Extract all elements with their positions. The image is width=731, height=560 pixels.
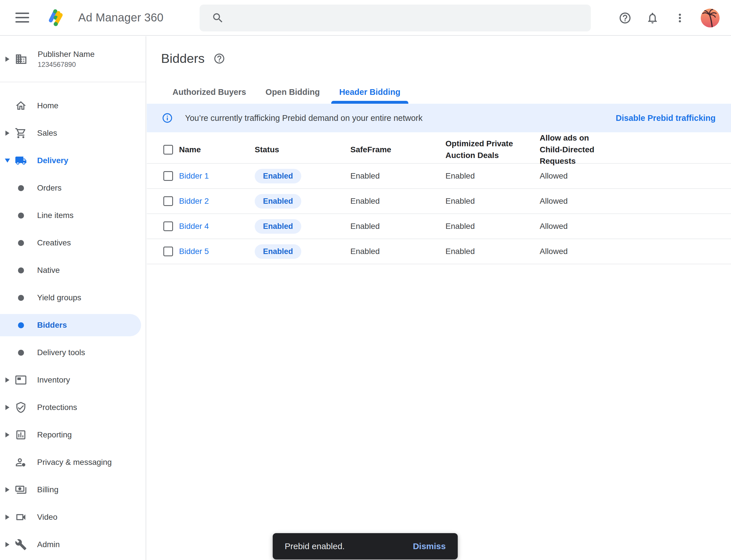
status-badge: Enabled <box>255 219 301 234</box>
child-directed-requests-cell: Allowed <box>540 222 731 231</box>
table-row-bidder-5: Bidder 5EnabledEnabledEnabledAllowed <box>147 239 731 264</box>
optimized-private-auction-deals-cell: Enabled <box>445 197 540 206</box>
sidebar-nav: HomeSalesDeliveryOrdersLine itemsCreativ… <box>0 92 146 558</box>
sidebar-item-label: Inventory <box>37 375 70 385</box>
kebab-menu-icon[interactable] <box>673 11 686 25</box>
sidebar-item-orders[interactable]: Orders <box>0 174 146 202</box>
notifications-bell-icon[interactable] <box>646 11 659 25</box>
toast-snackbar: Prebid enabled. Dismiss <box>273 533 458 559</box>
sidebar-item-label: Protections <box>37 403 77 412</box>
select-all-checkbox[interactable] <box>163 145 173 155</box>
sidebar-item-label: Bidders <box>37 321 67 330</box>
bullet-icon <box>15 347 27 359</box>
billing-icon <box>15 484 27 496</box>
sidebar-item-label: Billing <box>37 485 59 494</box>
top-app-bar: Ad Manager 360 <box>0 0 731 36</box>
prebid-info-banner: You’re currently trafficking Prebid dema… <box>147 104 731 132</box>
table-header-row: NameStatusSafeFrameOptimized Private Auc… <box>147 132 731 164</box>
sidebar-item-line-items[interactable]: Line items <box>0 202 146 229</box>
chevron-right-icon[interactable] <box>0 515 15 520</box>
sidebar-item-native[interactable]: Native <box>0 257 146 284</box>
sidebar-item-protections[interactable]: Protections <box>0 394 146 421</box>
sidebar-item-admin[interactable]: Admin <box>0 531 146 558</box>
toast-message: Prebid enabled. <box>285 541 345 551</box>
main-content: Bidders Authorized BuyersOpen BiddingHea… <box>147 36 731 560</box>
sidebar-item-delivery[interactable]: Delivery <box>0 147 146 174</box>
bidders-table-body: Bidder 1EnabledEnabledEnabledAllowedBidd… <box>147 164 731 264</box>
search-input[interactable] <box>200 5 591 31</box>
chevron-right-icon[interactable] <box>0 487 15 492</box>
optimized-private-auction-deals-cell: Enabled <box>445 247 540 256</box>
user-avatar[interactable] <box>701 9 720 27</box>
sidebar-item-label: Native <box>37 266 60 275</box>
shield-icon <box>15 401 27 413</box>
row-checkbox[interactable] <box>163 171 173 181</box>
sidebar-item-sales[interactable]: Sales <box>0 119 146 147</box>
column-header-name: Name <box>179 144 251 156</box>
appbar-actions <box>618 0 720 36</box>
bidder-name-link[interactable]: Bidder 1 <box>179 171 255 181</box>
menu-icon[interactable] <box>15 9 33 26</box>
bullet-icon <box>15 209 27 221</box>
sidebar-item-inventory[interactable]: Inventory <box>0 366 146 394</box>
bullet-icon <box>15 292 27 304</box>
optimized-private-auction-deals-cell: Enabled <box>445 222 540 231</box>
table-row-bidder-2: Bidder 2EnabledEnabledEnabledAllowed <box>147 189 731 214</box>
status-badge: Enabled <box>255 169 301 183</box>
bidder-name-link[interactable]: Bidder 5 <box>179 247 255 256</box>
sidebar-item-label: Orders <box>37 183 62 193</box>
tab-authorized-buyers[interactable]: Authorized Buyers <box>163 83 256 101</box>
disable-prebid-trafficking-link[interactable]: Disable Prebid trafficking <box>616 113 716 123</box>
sidebar-item-yield-groups[interactable]: Yield groups <box>0 284 146 311</box>
status-badge: Enabled <box>255 244 301 259</box>
row-checkbox[interactable] <box>163 196 173 206</box>
row-checkbox[interactable] <box>163 221 173 231</box>
row-checkbox[interactable] <box>163 247 173 256</box>
sidebar-item-label: Delivery tools <box>37 348 85 357</box>
chevron-right-icon[interactable] <box>0 542 15 547</box>
chevron-right-icon[interactable] <box>0 131 15 136</box>
app-title: Ad Manager 360 <box>78 11 164 24</box>
chevron-right-icon <box>0 57 15 62</box>
child-directed-requests-cell: Allowed <box>540 247 731 256</box>
sidebar-item-billing[interactable]: Billing <box>0 476 146 503</box>
building-icon <box>15 53 27 65</box>
sidebar-item-reporting[interactable]: Reporting <box>0 421 146 449</box>
safeframe-cell: Enabled <box>351 171 445 181</box>
bidder-name-link[interactable]: Bidder 4 <box>179 222 255 231</box>
help-icon[interactable] <box>618 11 632 25</box>
info-icon <box>162 112 173 124</box>
inventory-icon <box>15 374 27 386</box>
bidder-name-link[interactable]: Bidder 2 <box>179 197 255 206</box>
home-icon <box>15 100 27 112</box>
chevron-right-icon[interactable] <box>0 432 15 437</box>
sidebar-item-label: Admin <box>37 540 60 549</box>
ad-manager-logo-icon <box>46 7 68 29</box>
toast-dismiss-button[interactable]: Dismiss <box>413 541 446 551</box>
bullet-icon <box>15 319 27 331</box>
chevron-down-icon[interactable] <box>0 159 15 163</box>
chevron-right-icon[interactable] <box>0 405 15 410</box>
sidebar-item-bidders[interactable]: Bidders <box>0 311 146 339</box>
sidebar-item-label: Video <box>37 513 57 522</box>
bullet-icon <box>15 182 27 194</box>
tab-open-bidding[interactable]: Open Bidding <box>256 83 330 101</box>
search-icon <box>212 12 224 24</box>
sidebar-item-video[interactable]: Video <box>0 503 146 531</box>
sidebar-item-creatives[interactable]: Creatives <box>0 229 146 257</box>
child-directed-requests-cell: Allowed <box>540 171 731 181</box>
page-help-icon[interactable] <box>213 53 225 65</box>
tab-header-bidding[interactable]: Header Bidding <box>330 83 410 101</box>
sidebar-item-home[interactable]: Home <box>0 92 146 119</box>
optimized-private-auction-deals-cell: Enabled <box>445 171 540 181</box>
sidebar-item-privacy-messaging[interactable]: Privacy & messaging <box>0 449 146 476</box>
reporting-icon <box>15 429 27 441</box>
chevron-right-icon[interactable] <box>0 377 15 383</box>
sidebar-item-delivery-tools[interactable]: Delivery tools <box>0 339 146 366</box>
publisher-name: Publisher Name <box>38 50 95 59</box>
publisher-selector[interactable]: Publisher Name 1234567890 <box>0 36 146 82</box>
column-header-safeframe: SafeFrame <box>351 144 422 156</box>
video-icon <box>15 511 27 523</box>
sidebar: Publisher Name 1234567890 HomeSalesDeliv… <box>0 36 146 560</box>
banner-text: You’re currently trafficking Prebid dema… <box>185 113 422 123</box>
